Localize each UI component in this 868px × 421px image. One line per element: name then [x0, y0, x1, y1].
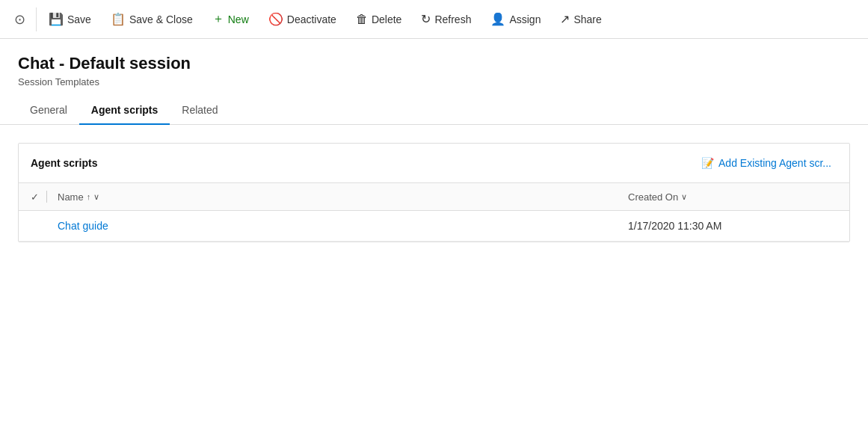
save-button[interactable]: 💾 Save — [40, 7, 100, 31]
col-name-label: Name — [58, 191, 84, 203]
created-sort-icon: ∨ — [681, 192, 687, 202]
toolbar-divider-1 — [36, 7, 37, 31]
tab-general[interactable]: General — [18, 96, 79, 125]
add-existing-button[interactable]: 📝 Add Existing Agent scr... — [695, 154, 837, 172]
tab-agent-scripts[interactable]: Agent scripts — [79, 96, 170, 125]
new-icon: ＋ — [212, 11, 224, 27]
table-header-row: ✓ Name ↑ ∨ Created On ∨ — [19, 183, 849, 211]
col-divider — [46, 191, 47, 203]
save-label: Save — [67, 13, 91, 25]
content-area: Agent scripts 📝 Add Existing Agent scr..… — [0, 125, 868, 260]
agent-scripts-table: ✓ Name ↑ ∨ Created On ∨ Chat guide 1/17/… — [19, 183, 849, 242]
row-created-date: 1/17/2020 11:30 AM — [628, 220, 837, 232]
col-created-label: Created On — [628, 191, 678, 203]
assign-label: Assign — [509, 13, 541, 25]
deactivate-label: Deactivate — [287, 13, 336, 25]
refresh-button[interactable]: ↻ Refresh — [412, 7, 480, 31]
share-button[interactable]: ↗ Share — [551, 7, 610, 31]
sort-desc-icon: ∨ — [93, 192, 99, 202]
share-icon: ↗ — [560, 12, 570, 26]
refresh-label: Refresh — [434, 13, 471, 25]
assign-button[interactable]: 👤 Assign — [481, 7, 550, 31]
col-created-header[interactable]: Created On ∨ — [628, 191, 837, 203]
col-name-header[interactable]: Name ↑ ∨ — [58, 191, 628, 203]
toolbar: ⊙ 💾 Save 📋 Save & Close ＋ New 🚫 Deactiva… — [0, 0, 868, 39]
deactivate-button[interactable]: 🚫 Deactivate — [259, 7, 345, 31]
deactivate-icon: 🚫 — [268, 12, 283, 26]
delete-icon: 🗑 — [356, 13, 368, 26]
row-name-link[interactable]: Chat guide — [58, 220, 628, 232]
header-check-col: ✓ — [31, 191, 58, 203]
table-row: Chat guide 1/17/2020 11:30 AM — [19, 211, 849, 242]
new-label: New — [228, 13, 249, 25]
sort-asc-icon: ↑ — [87, 192, 91, 201]
save-close-label: Save & Close — [129, 13, 193, 25]
nav-back-button[interactable]: ⊙ — [6, 6, 33, 33]
save-close-icon: 📋 — [111, 12, 126, 26]
refresh-icon: ↻ — [421, 12, 431, 26]
tab-bar: General Agent scripts Related — [0, 96, 868, 125]
agent-scripts-section: Agent scripts 📝 Add Existing Agent scr..… — [18, 143, 850, 242]
add-existing-label: Add Existing Agent scr... — [718, 157, 831, 169]
new-button[interactable]: ＋ New — [203, 7, 258, 31]
assign-icon: 👤 — [490, 12, 505, 26]
save-icon: 💾 — [49, 12, 64, 26]
section-header: Agent scripts 📝 Add Existing Agent scr..… — [19, 144, 849, 183]
share-label: Share — [573, 13, 601, 25]
page-subtitle: Session Templates — [18, 76, 850, 87]
delete-button[interactable]: 🗑 Delete — [347, 8, 410, 31]
tab-related[interactable]: Related — [170, 96, 230, 125]
section-title: Agent scripts — [31, 157, 97, 169]
delete-label: Delete — [372, 13, 401, 25]
check-icon: ✓ — [31, 191, 39, 203]
add-existing-icon: 📝 — [701, 157, 714, 169]
page-title: Chat - Default session — [18, 54, 850, 73]
save-close-button[interactable]: 📋 Save & Close — [102, 7, 202, 31]
page-header: Chat - Default session Session Templates — [0, 39, 868, 96]
